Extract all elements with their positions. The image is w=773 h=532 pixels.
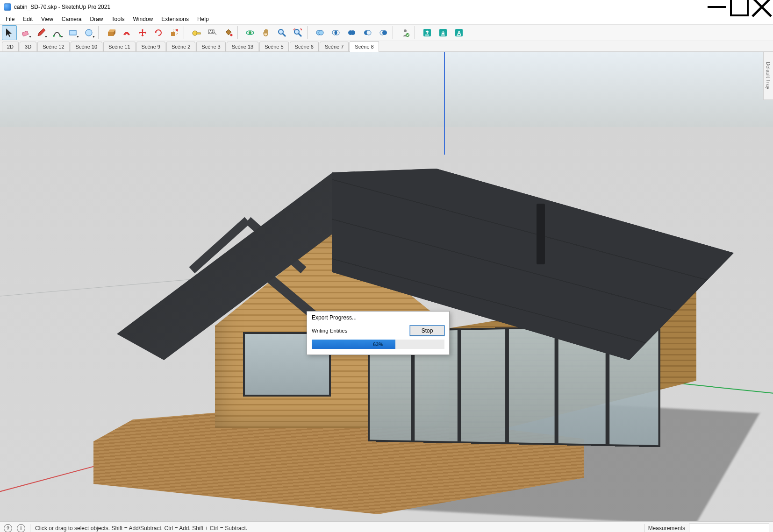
scene-tab[interactable]: Scène 10 <box>71 42 102 51</box>
svg-point-25 <box>319 30 323 35</box>
svg-point-31 <box>366 30 371 35</box>
measurements-input[interactable] <box>689 524 769 532</box>
svg-point-33 <box>382 30 387 35</box>
export-progress-dialog: Export Progress... Writing Entities Stop… <box>307 311 450 355</box>
text-label-button[interactable]: A1 <box>205 25 220 40</box>
rotate-button[interactable] <box>151 25 166 40</box>
scene-tab[interactable]: Scène 12 <box>37 42 69 51</box>
solid-subtract-button[interactable] <box>360 25 375 40</box>
axis-blue <box>444 52 445 155</box>
pencil-button[interactable]: ▼ <box>34 25 49 40</box>
svg-rect-4 <box>22 31 29 36</box>
zoom-extents-button[interactable] <box>290 25 305 40</box>
svg-point-8 <box>86 29 92 36</box>
svg-point-20 <box>279 29 283 34</box>
solid-intersect-button[interactable] <box>328 25 343 40</box>
menu-tools[interactable]: Tools <box>108 15 129 23</box>
circle-button[interactable]: ▼ <box>81 25 96 40</box>
svg-point-18 <box>249 31 251 34</box>
scene-tab[interactable]: 2D <box>2 42 19 51</box>
menu-edit[interactable]: Edit <box>19 15 36 23</box>
status-bar: ? i Click or drag to select objects. Shi… <box>0 522 773 532</box>
warehouse-person-button[interactable] <box>398 25 413 40</box>
menu-draw[interactable]: Draw <box>86 15 107 23</box>
dialog-title: Export Progress... <box>307 312 449 324</box>
menu-camera[interactable]: Camera <box>58 15 86 23</box>
svg-point-22 <box>294 29 299 34</box>
minimize-button[interactable] <box>706 0 728 14</box>
paint-bucket-button[interactable] <box>221 25 236 40</box>
move-button[interactable] <box>135 25 150 40</box>
dialog-status: Writing Entities <box>312 328 347 333</box>
maximize-button[interactable] <box>728 0 751 14</box>
select-arrow-button[interactable] <box>2 25 17 40</box>
send-button[interactable]: A <box>451 25 466 40</box>
menu-file[interactable]: File <box>2 15 18 23</box>
title-bar: cabin_SD-70.skp - SketchUp Pro 2021 <box>0 0 773 14</box>
svg-rect-9 <box>108 32 114 36</box>
svg-point-34 <box>404 29 407 32</box>
svg-point-17 <box>230 34 233 36</box>
scene-tab[interactable]: Scène 2 <box>166 42 195 51</box>
svg-point-5 <box>53 35 55 37</box>
help-icon[interactable]: ? <box>4 524 12 532</box>
offset-button[interactable] <box>119 25 134 40</box>
svg-line-23 <box>299 34 301 36</box>
menu-extensions[interactable]: Extensions <box>157 15 193 23</box>
eraser-button[interactable]: ▼ <box>18 25 33 40</box>
scene-tab[interactable]: Scène 13 <box>227 42 258 51</box>
orbit-button[interactable] <box>243 25 258 40</box>
scene-tab[interactable]: Scène 6 <box>290 42 319 51</box>
scene-tab[interactable]: Scène 9 <box>136 42 165 51</box>
svg-line-21 <box>283 34 286 36</box>
arc-button[interactable]: ▼ <box>50 25 64 40</box>
info-icon[interactable]: i <box>17 524 25 532</box>
stop-button[interactable]: Stop <box>410 326 444 336</box>
menu-bar: FileEditViewCameraDrawToolsWindowExtensi… <box>0 14 773 24</box>
scale-button[interactable] <box>167 25 182 40</box>
svg-rect-13 <box>197 33 200 34</box>
menu-view[interactable]: View <box>37 15 57 23</box>
scene-tab[interactable]: Scène 7 <box>320 42 349 51</box>
status-hint: Click or drag to select objects. Shift =… <box>35 525 247 532</box>
close-button[interactable] <box>751 0 773 14</box>
svg-text:A1: A1 <box>209 30 214 33</box>
zoom-button[interactable] <box>274 25 289 40</box>
svg-point-29 <box>351 30 355 35</box>
window-controls <box>706 0 773 14</box>
svg-line-16 <box>214 32 216 35</box>
rectangle-button[interactable]: ▼ <box>65 25 80 40</box>
progress-bar: 63% <box>312 340 444 349</box>
tape-measure-button[interactable] <box>189 25 204 40</box>
scene-tab[interactable]: Scène 11 <box>103 42 135 51</box>
default-tray-tab[interactable]: Default Tray <box>763 51 773 100</box>
menu-window[interactable]: Window <box>129 15 157 23</box>
window-title: cabin_SD-70.skp - SketchUp Pro 2021 <box>14 4 110 10</box>
push-pull-button[interactable] <box>103 25 118 40</box>
svg-rect-1 <box>731 0 748 15</box>
viewport-3d[interactable]: Export Progress... Writing Entities Stop… <box>0 52 773 522</box>
solid-union-button[interactable] <box>344 25 359 40</box>
upload-button[interactable] <box>420 25 435 40</box>
progress-percent: 63% <box>312 340 444 349</box>
svg-rect-7 <box>70 30 76 35</box>
download-button[interactable] <box>436 25 451 40</box>
menu-help[interactable]: Help <box>193 15 213 23</box>
scene-tab[interactable]: Scène 8 <box>350 41 379 52</box>
pan-button[interactable] <box>258 25 273 40</box>
scene-tab[interactable]: 3D <box>20 42 36 51</box>
app-icon <box>4 3 11 11</box>
solid-trim-button[interactable] <box>376 25 391 40</box>
measurements-label: Measurements <box>648 525 685 532</box>
scene-tab[interactable]: Scène 5 <box>259 42 288 51</box>
scene-tab[interactable]: Scène 3 <box>196 42 225 51</box>
scene-tabs: 2D3DScène 12Scène 10Scène 11Scène 9Scène… <box>0 41 773 52</box>
main-toolbar: ▼▼▼▼▼A1A <box>0 24 773 41</box>
solid-outer-shell-button[interactable] <box>312 25 327 40</box>
